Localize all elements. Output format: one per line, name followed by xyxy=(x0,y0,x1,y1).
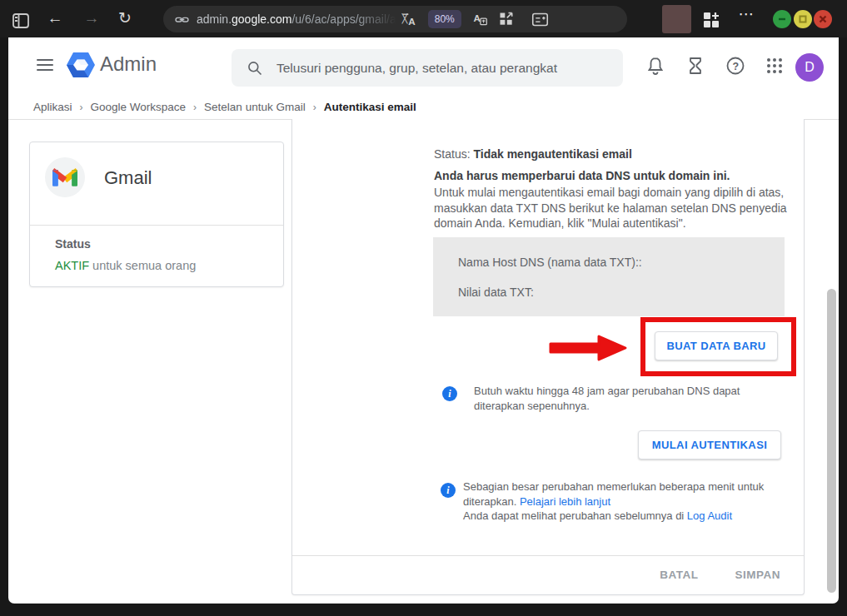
zoom-level-badge[interactable]: 80% xyxy=(428,10,461,28)
info-48h-text: Butuh waktu hingga 48 jam agar perubahan… xyxy=(474,384,784,414)
admin-console-page: Admin Telusuri pengguna, grup, setelan, … xyxy=(8,37,839,604)
service-title: Gmail xyxy=(104,167,152,189)
dns-host-label: Nama Host DNS (nama data TXT):: xyxy=(458,256,642,269)
svg-text:?: ? xyxy=(733,61,740,72)
cancel-button[interactable]: BATAL xyxy=(660,569,698,581)
svg-text:A: A xyxy=(408,16,416,27)
address-bar[interactable]: admin.google.com/u/6/ac/apps/gmail/a ╳ A… xyxy=(163,6,627,32)
info-icon: i xyxy=(442,386,457,401)
chevron-right-icon: › xyxy=(193,102,197,113)
hourglass-icon[interactable] xyxy=(685,56,705,76)
breadcrumb-current: Autentikasi email xyxy=(324,101,416,113)
info-icon: i xyxy=(441,483,456,498)
auth-status-line: Status: Tidak mengautentikasi email xyxy=(434,147,632,161)
forward-icon[interactable]: → xyxy=(82,9,101,27)
browser-titlebar: ← → ↻ admin.google.com/u/6/ac/apps/gmail… xyxy=(0,0,847,37)
audit-log-link[interactable]: Log Audit xyxy=(687,509,732,522)
language-translate-icon[interactable]: ╳ A xyxy=(401,11,418,27)
status-value: AKTIF untuk semua orang xyxy=(55,259,196,272)
dns-record-box: Nama Host DNS (nama data TXT):: Nilai da… xyxy=(433,237,785,316)
search-placeholder: Telusuri pengguna, grup, setelan, atau p… xyxy=(277,61,557,76)
info-changes-text: Sebagian besar perubahan memerlukan bebe… xyxy=(463,479,796,524)
back-icon[interactable]: ← xyxy=(46,9,64,27)
learn-more-link[interactable]: Pelajari lebih lanjut xyxy=(520,495,610,508)
close-button[interactable] xyxy=(814,10,832,28)
refresh-icon[interactable]: ↻ xyxy=(116,9,134,27)
admin-header: Admin Telusuri pengguna, grup, setelan, … xyxy=(8,37,839,93)
dns-instructions: Untuk mulai mengautentikasi email bagi d… xyxy=(434,185,800,231)
status-label: Status xyxy=(55,237,91,251)
dns-value-label: Nilai data TXT: xyxy=(458,286,534,299)
maximize-button[interactable] xyxy=(794,10,812,28)
google-admin-logo xyxy=(66,52,96,78)
translate-page-icon[interactable]: A xyxy=(471,11,488,27)
gmail-service-card[interactable]: Gmail Status AKTIF untuk semua orang xyxy=(29,142,284,287)
minimize-button[interactable] xyxy=(773,10,791,28)
gmail-icon xyxy=(52,167,77,187)
browser-menu-icon[interactable]: ⋯ xyxy=(737,5,757,23)
sidebar-toggle-icon[interactable] xyxy=(12,12,30,30)
email-authentication-panel: Status: Tidak mengautentikasi email Anda… xyxy=(291,119,805,595)
search-icon xyxy=(247,60,263,77)
collections-icon[interactable] xyxy=(702,11,720,29)
divider xyxy=(30,225,283,226)
url-text: admin.google.com/u/6/ac/apps/gmail/a xyxy=(197,12,396,26)
browser-profile-avatar[interactable] xyxy=(662,5,691,33)
breadcrumb-google-workspace[interactable]: Google Workspace xyxy=(91,101,187,113)
breadcrumb: Aplikasi › Google Workspace › Setelan un… xyxy=(33,101,416,113)
reading-mode-icon[interactable] xyxy=(531,11,549,28)
create-record-button[interactable]: BUAT DATA BARU xyxy=(655,331,778,360)
link-icon xyxy=(175,12,189,27)
gmail-logo-circle xyxy=(45,157,85,197)
main-menu-icon[interactable] xyxy=(37,59,53,71)
svg-text:A: A xyxy=(473,12,481,23)
panel-footer: BATAL SIMPAN xyxy=(292,555,804,594)
apps-grid-icon[interactable] xyxy=(765,56,785,76)
status-badge: AKTIF xyxy=(55,259,89,272)
account-avatar[interactable]: D xyxy=(795,53,824,82)
start-authentication-button[interactable]: MULAI AUTENTIKASI xyxy=(638,430,781,460)
breadcrumb-aplikasi[interactable]: Aplikasi xyxy=(33,101,72,113)
breadcrumb-setelan-gmail[interactable]: Setelan untuk Gmail xyxy=(204,101,306,113)
save-button[interactable]: SIMPAN xyxy=(735,569,780,581)
chevron-right-icon: › xyxy=(313,102,316,113)
chevron-right-icon: › xyxy=(80,102,83,113)
notifications-icon[interactable] xyxy=(645,56,665,76)
dns-warning: Anda harus memperbarui data DNS untuk do… xyxy=(434,169,800,182)
split-screen-icon[interactable] xyxy=(498,11,515,27)
help-icon[interactable]: ? xyxy=(725,56,745,76)
product-title: Admin xyxy=(100,52,157,76)
scrollbar-thumb[interactable] xyxy=(827,289,836,593)
search-input[interactable]: Telusuri pengguna, grup, setelan, atau p… xyxy=(232,49,623,87)
annotation-arrow-icon xyxy=(549,334,629,362)
